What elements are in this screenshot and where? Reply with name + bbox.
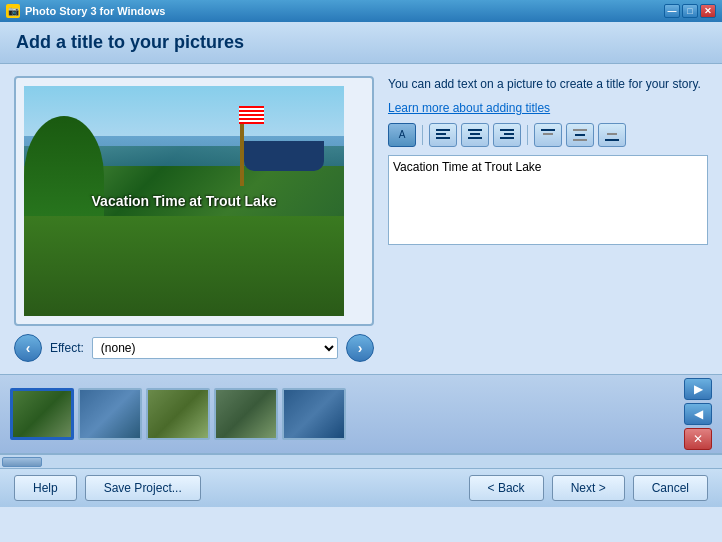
page-header: Add a title to your pictures xyxy=(0,22,722,64)
thumb-inner-1 xyxy=(13,391,71,437)
photo-grass xyxy=(24,216,344,316)
minimize-button[interactable]: — xyxy=(664,4,680,18)
svg-rect-4 xyxy=(470,133,480,135)
font-button[interactable]: A xyxy=(388,123,416,147)
position-bottom-button[interactable] xyxy=(598,123,626,147)
position-mid-button[interactable] xyxy=(566,123,594,147)
main-content: Vacation Time at Trout Lake ‹ Effect: (n… xyxy=(0,64,722,374)
svg-rect-10 xyxy=(543,133,553,135)
close-button[interactable]: ✕ xyxy=(700,4,716,18)
image-container: Vacation Time at Trout Lake xyxy=(14,76,374,326)
info-description: You can add text on a picture to create … xyxy=(388,76,708,93)
title-text-input[interactable]: Vacation Time at Trout Lake xyxy=(388,155,708,245)
next-button[interactable]: Next > xyxy=(552,475,625,501)
prev-photo-button[interactable]: ‹ xyxy=(14,334,42,362)
thumb-inner-3 xyxy=(148,390,208,438)
align-left-button[interactable] xyxy=(429,123,457,147)
photo-display: Vacation Time at Trout Lake xyxy=(24,86,344,316)
svg-rect-2 xyxy=(436,137,450,139)
back-button[interactable]: < Back xyxy=(469,475,544,501)
filmstrip-thumb-2[interactable] xyxy=(78,388,142,440)
filmstrip-scroll xyxy=(10,388,678,440)
horizontal-scrollbar[interactable] xyxy=(0,454,722,468)
image-panel: Vacation Time at Trout Lake ‹ Effect: (n… xyxy=(14,76,374,362)
help-button[interactable]: Help xyxy=(14,475,77,501)
filmstrip-thumb-4[interactable] xyxy=(214,388,278,440)
toolbar-separator-2 xyxy=(527,125,528,145)
photo-boat xyxy=(244,141,324,171)
photo-title-overlay: Vacation Time at Trout Lake xyxy=(92,193,277,209)
window-controls: — □ ✕ xyxy=(664,4,716,18)
svg-rect-1 xyxy=(436,133,446,135)
filmstrip-forward-button[interactable]: ▶ xyxy=(684,378,712,400)
svg-rect-12 xyxy=(575,134,585,136)
save-project-button[interactable]: Save Project... xyxy=(85,475,201,501)
thumb-inner-5 xyxy=(284,390,344,438)
svg-rect-7 xyxy=(504,133,514,135)
app-icon: 📷 xyxy=(6,4,20,18)
toolbar-separator-1 xyxy=(422,125,423,145)
bottom-bar: Help Save Project... < Back Next > Cance… xyxy=(0,468,722,507)
cancel-button[interactable]: Cancel xyxy=(633,475,708,501)
svg-rect-11 xyxy=(573,129,587,131)
position-top-button[interactable] xyxy=(534,123,562,147)
svg-rect-9 xyxy=(541,129,555,131)
effect-select[interactable]: (none) xyxy=(92,337,338,359)
right-panel: You can add text on a picture to create … xyxy=(388,76,708,362)
align-center-button[interactable] xyxy=(461,123,489,147)
scrollbar-thumb[interactable] xyxy=(2,457,42,467)
filmstrip-back-button[interactable]: ◀ xyxy=(684,403,712,425)
svg-rect-14 xyxy=(607,133,617,135)
align-right-button[interactable] xyxy=(493,123,521,147)
thumb-inner-4 xyxy=(216,390,276,438)
svg-rect-13 xyxy=(573,139,587,141)
page-title: Add a title to your pictures xyxy=(16,32,706,53)
photo-flag xyxy=(239,106,264,124)
maximize-button[interactable]: □ xyxy=(682,4,698,18)
filmstrip-controls: ▶ ◀ ✕ xyxy=(684,378,712,450)
svg-rect-8 xyxy=(500,137,514,139)
window-title: Photo Story 3 for Windows xyxy=(25,5,165,17)
next-photo-button[interactable]: › xyxy=(346,334,374,362)
text-area-container: Vacation Time at Trout Lake xyxy=(388,155,708,362)
svg-rect-3 xyxy=(468,129,482,131)
effect-row: ‹ Effect: (none) › xyxy=(14,334,374,362)
svg-rect-5 xyxy=(468,137,482,139)
text-toolbar: A xyxy=(388,123,708,147)
filmstrip-thumb-3[interactable] xyxy=(146,388,210,440)
filmstrip-thumb-5[interactable] xyxy=(282,388,346,440)
svg-rect-6 xyxy=(500,129,514,131)
filmstrip-area: ▶ ◀ ✕ xyxy=(0,374,722,454)
effect-label: Effect: xyxy=(50,341,84,355)
thumb-inner-2 xyxy=(80,390,140,438)
svg-rect-15 xyxy=(605,139,619,141)
filmstrip-delete-button[interactable]: ✕ xyxy=(684,428,712,450)
learn-more-link[interactable]: Learn more about adding titles xyxy=(388,101,708,115)
title-bar: 📷 Photo Story 3 for Windows — □ ✕ xyxy=(0,0,722,22)
svg-rect-0 xyxy=(436,129,450,131)
filmstrip-thumb-1[interactable] xyxy=(10,388,74,440)
